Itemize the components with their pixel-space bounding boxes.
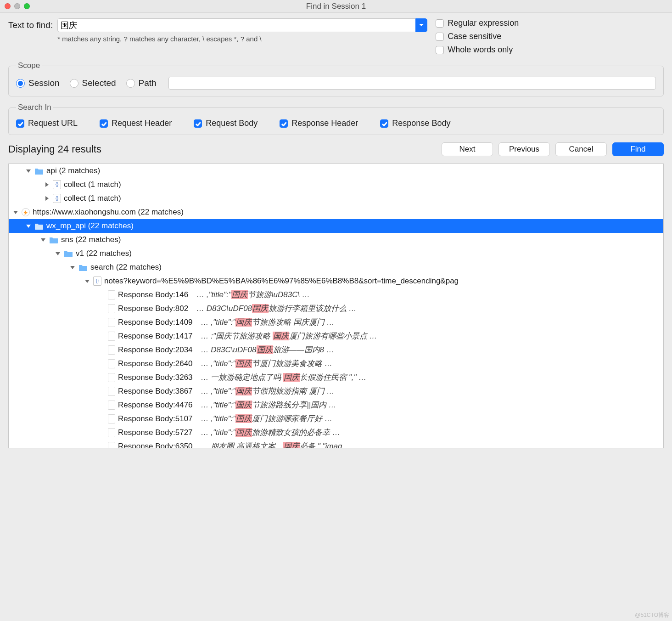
disclosure-icon[interactable] [69,264,76,271]
request-body-label: Request Body [206,119,258,128]
request-body-checkbox[interactable]: Request Body [194,119,258,128]
scope-path-input[interactable] [168,77,656,90]
request-url-checkbox[interactable]: Request URL [16,119,78,128]
tree-label: collect (1 match) [64,178,121,192]
match-location: Response Body:802 [118,302,188,316]
disclosure-icon[interactable] [44,181,50,188]
highlight: 国庆 [235,414,252,423]
zoom-icon[interactable] [24,3,30,9]
match-row[interactable]: Response Body:5727… ,"title":"国庆旅游精致女孩的必… [9,426,663,440]
match-row[interactable]: Response Body:3263… 一旅游确定地点了吗 国庆长假游住民宿 "… [9,371,663,384]
match-snippet: … ,"title":"国庆节旅游路线分享||国内 … [201,398,336,412]
match-row[interactable]: Response Body:1409… ,"title":"国庆节旅游攻略 国庆… [9,316,663,329]
match-snippet: … ,"title":"国庆节厦门旅游美食攻略 … [201,357,332,371]
request-header-checkbox[interactable]: Request Header [100,119,172,128]
scope-legend: Scope [16,61,42,70]
tree-row[interactable]: {} collect (1 match) [9,178,663,192]
match-snippet: … ,"title":"国庆厦门旅游哪家餐厅好 … [201,412,332,426]
regex-label: Regular expression [448,18,519,28]
window-title: Find in Session 1 [306,2,366,11]
highlight: 国庆 [273,332,289,340]
document-icon [108,304,115,313]
find-button[interactable]: Find [612,142,664,156]
titlebar: Find in Session 1 [0,0,672,13]
tree-row-selected[interactable]: wx_mp_api (22 matches) [9,219,663,233]
chevron-down-icon [419,23,424,28]
tree-label: notes?keyword=%E5%9B%BD%E5%BA%86%E6%97%8… [104,274,459,288]
tree-row[interactable]: v1 (22 matches) [9,247,663,260]
disclosure-icon[interactable] [55,250,61,257]
match-row[interactable]: Response Body:146… ,"title":"国庆节旅游\uD83C… [9,288,663,302]
highlight: 国庆 [283,373,300,382]
match-snippet: … 一旅游确定地点了吗 国庆长假游住民宿 "," … [201,371,367,384]
regex-checkbox[interactable]: Regular expression [436,18,519,28]
find-dropdown-button[interactable] [415,18,427,32]
host-icon [22,208,30,216]
match-location: Response Body:2640 [118,357,193,371]
checkbox-icon [436,33,444,41]
results-summary: Displaying 24 results [8,143,101,155]
match-row[interactable]: Response Body:4476… ,"title":"国庆节旅游路线分享|… [9,398,663,412]
match-location: Response Body:5727 [118,426,193,440]
folder-icon [34,222,44,230]
scope-path-radio[interactable]: Path [126,78,157,88]
disclosure-icon[interactable] [44,195,50,202]
match-row[interactable]: Response Body:2640… ,"title":"国庆节厦门旅游美食攻… [9,357,663,371]
previous-button[interactable]: Previous [498,142,550,156]
traffic-lights [5,3,30,9]
highlight: 国庆 [235,401,252,409]
request-url-label: Request URL [28,119,78,128]
close-icon[interactable] [5,3,11,9]
document-icon [108,345,115,355]
tree-row[interactable]: search (22 matches) [9,260,663,274]
scope-session-radio[interactable]: Session [16,78,60,88]
match-row[interactable]: Response Body:3867… ,"title":"国庆节假期旅游指南 … [9,384,663,398]
tree-row[interactable]: https://www.xiaohongshu.com (22 matches) [9,205,663,219]
next-button[interactable]: Next [442,142,493,156]
tree-row[interactable]: sns (22 matches) [9,233,663,247]
find-hint: * matches any string, ? matches any char… [57,35,427,43]
disclosure-icon[interactable] [40,237,46,243]
response-body-checkbox[interactable]: Response Body [380,119,450,128]
disclosure-icon[interactable] [25,168,32,174]
text-to-find-label: Text to find: [8,18,53,30]
checkbox-icon [436,19,444,28]
tree-label: wx_mp_api (22 matches) [46,219,134,233]
document-icon [108,290,115,299]
document-icon [108,428,115,437]
tree-row[interactable]: api (2 matches) [9,164,663,178]
scope-selected-label: Selected [82,78,116,88]
json-icon: {} [93,277,101,286]
tree-label: sns (22 matches) [61,233,121,247]
match-snippet: … ,"title":"国庆旅游精致女孩的必备幸 … [201,426,340,440]
highlight: 国庆 [283,442,300,448]
find-combo [57,18,427,32]
whole-words-checkbox[interactable]: Whole words only [436,45,519,55]
checkbox-icon [194,119,202,128]
response-body-label: Response Body [392,119,450,128]
case-checkbox[interactable]: Case sensitive [436,32,519,41]
match-row[interactable]: Response Body:1417… :"国庆节旅游攻略 国庆厦门旅游有哪些小… [9,329,663,343]
match-row[interactable]: Response Body:5107… ,"title":"国庆厦门旅游哪家餐厅… [9,412,663,426]
tree-row[interactable]: {} notes?keyword=%E5%9B%BD%E5%BA%86%E6%9… [9,274,663,288]
highlight: 国庆 [235,318,252,327]
response-header-checkbox[interactable]: Response Header [280,119,358,128]
scope-session-label: Session [28,78,60,88]
highlight: 国庆 [252,304,269,313]
match-row[interactable]: Response Body:6350… 朋友圈 高逼格文案，国庆必备 ","im… [9,440,663,448]
disclosure-icon[interactable] [84,278,90,284]
scope-fieldset: Scope Session Selected Path [8,61,664,96]
disclosure-icon[interactable] [12,209,19,215]
match-row[interactable]: Response Body:802… D83C\uDF08国庆旅游行李箱里该放什… [9,302,663,316]
checkbox-icon [16,119,24,128]
match-row[interactable]: Response Body:2034… D83C\uDF08国庆旅游——国内8 … [9,343,663,357]
response-header-label: Response Header [291,119,358,128]
tree-label: https://www.xiaohongshu.com (22 matches) [33,205,184,219]
cancel-button[interactable]: Cancel [555,142,607,156]
tree-row[interactable]: {} collect (1 match) [9,192,663,205]
results-tree[interactable]: api (2 matches) {} collect (1 match) {} … [8,164,664,448]
scope-selected-radio[interactable]: Selected [70,78,116,88]
disclosure-icon[interactable] [25,223,32,229]
find-input[interactable] [57,18,415,32]
search-in-legend: Search In [16,103,53,112]
